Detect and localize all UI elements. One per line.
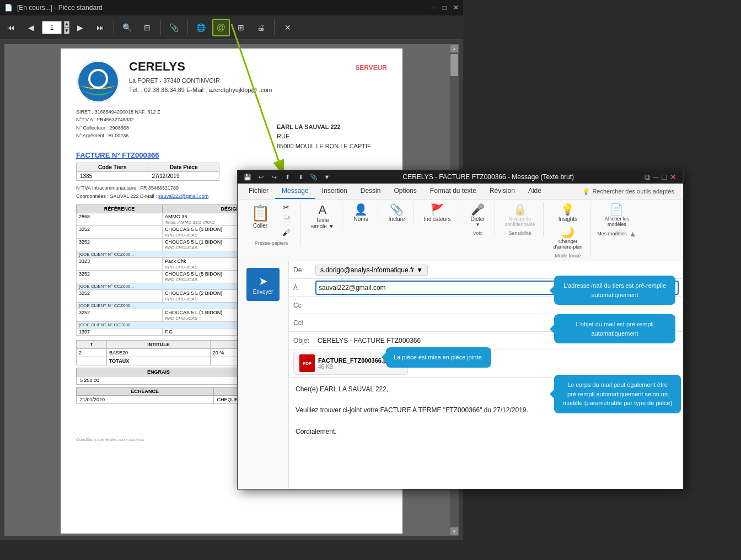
format-painter-btn[interactable]: 🖌 [276,227,296,239]
afficher-modeles-btn[interactable]: 📄 Afficher les modèles [602,202,632,228]
tab-fichier[interactable]: Fichier [242,184,275,199]
window-close-btn[interactable]: ✕ [670,173,676,182]
page-up-btn[interactable]: ▲ [64,21,69,28]
invoice-title: FACTURE N° FTZ000366 [76,151,387,159]
tab-revision[interactable]: Révision [483,184,522,199]
close-doc-btn[interactable]: ✕ [279,19,297,36]
sep2 [160,20,161,35]
tab-aide[interactable]: Aide [522,184,548,199]
nav-prev-btn[interactable]: ◀ [22,19,40,36]
send-icon: ➤ [259,274,268,288]
maximize-icon[interactable]: □ [443,4,447,12]
cut-btn[interactable]: ✂ [276,202,296,213]
sep3 [187,20,188,35]
close-icon[interactable]: ✕ [453,4,459,12]
callout-arrow-left2 [545,325,554,333]
paperclip-icon: 📎 [390,203,404,216]
qa-up-btn[interactable]: ⬆ [282,171,293,182]
company-info: CERELYS La FORET - 37340 CONTINVOIR Tél.… [129,60,387,104]
scroll-down-btn[interactable]: ▼ [450,527,459,536]
extra-btn[interactable]: ⊞ [232,19,250,36]
copy-icon: 📄 [282,216,291,225]
dropdown-chevron-icon: ▼ [416,266,423,274]
company-logo [76,60,120,104]
callout-arrow-left [545,286,554,295]
flag-icon: 🚩 [431,203,444,216]
svg-point-3 [90,71,106,87]
ribbon-group-inclure: 📎 Inclure [380,202,414,223]
inclure-btn[interactable]: 📎 Inclure [385,202,409,223]
text-icon: A [318,203,326,217]
scroll-thumb[interactable] [450,54,458,76]
sep1 [114,20,114,35]
qa-undo-btn[interactable]: ↩ [255,171,266,182]
ribbon-group-indicateurs: 🚩 Indicateurs [416,202,459,223]
chevron-up-icon[interactable]: ▲ [629,229,637,238]
ribbon-group-insights: 💡 Insights 🌙 Changer d'arrière-plan Mode… [546,202,591,259]
copy-btn[interactable]: 📄 [276,214,296,226]
web-btn[interactable]: 🌐 [192,19,210,36]
paintbrush-icon: 🖌 [282,228,290,238]
company-name: CERELYS [129,60,387,74]
window-restore-btn[interactable]: ⧉ [645,173,650,182]
quick-access-toolbar: 💾 ↩ ↪ ⬆ ⬇ 📎 ▼ CERELYS - FACTURE FTZ00036… [238,170,683,184]
company-address: La FORET - 37340 CONTINVOIR Tél. : 02.38… [129,76,387,94]
tab-message[interactable]: Message [275,184,315,199]
serveur-label: SERVEUR [355,64,387,72]
nav-last-btn[interactable]: ⏭ [92,19,109,36]
qa-down-btn[interactable]: ⬇ [295,171,306,182]
nav-first-btn[interactable]: ⏮ [2,19,20,36]
tab-dessin[interactable]: Dessin [354,184,388,199]
qa-more-btn[interactable]: ▼ [321,171,332,182]
qa-redo-btn[interactable]: ↪ [269,171,280,182]
tab-insertion[interactable]: Insertion [315,184,354,199]
qa-attach-btn[interactable]: 📎 [308,171,319,182]
bg-title-bar: 📄 [En cours...] - Pièce standard ─ □ ✕ [0,0,463,15]
template-icon: 📄 [610,203,624,216]
minimize-icon[interactable]: ─ [431,4,436,12]
ribbon: Fichier Message Insertion Dessin Options… [238,184,683,261]
insights-icon: 💡 [561,203,574,216]
nav-next-btn[interactable]: ▶ [72,19,89,36]
dicter-btn[interactable]: 🎤 Dicter ▼ [466,202,490,228]
mes-modeles-label: Mes modèles [597,231,627,236]
shield-icon: 🔒 [513,203,527,216]
window-maximize-btn[interactable]: □ [662,173,667,182]
window-minimize-btn[interactable]: ─ [653,173,659,182]
callout-arrow-left4 [545,390,554,399]
send-panel: ➤ Envoyer [238,261,289,489]
bg-window-icon: 📄 [4,4,13,12]
from-dropdown[interactable]: s.dorigo@analys-informatique.fr ▼ [315,265,428,276]
view-btn[interactable]: ⊟ [138,19,156,36]
qa-save-btn[interactable]: 💾 [242,171,253,182]
send-button[interactable]: ➤ Envoyer [246,268,280,301]
scissors-icon: ✂ [283,203,289,212]
attach-btn[interactable]: 📎 [165,19,183,36]
sep4 [274,20,275,35]
bg-window-title: [En cours...] - Pièce standard [17,4,103,12]
invoice-header-table: Code Tiers Date Pièce 1385 27/12/2019 [76,163,219,181]
print-btn[interactable]: 🖨 [252,19,270,36]
doc-header: CERELYS La FORET - 37340 CONTINVOIR Tél.… [76,60,387,104]
texte-simple-btn[interactable]: A Texte simple ▼ [308,202,337,230]
zoom-btn[interactable]: 🔍 [119,19,136,36]
pdf-icon: PDF [299,354,315,372]
callout-arrow-left3 [377,353,386,362]
callout-subject: L'objet du mail est pré-rempli automatiq… [554,314,675,343]
ribbon-group-modeles: 📄 Afficher les modèles Mes modèles ▲ [593,202,641,238]
coller-btn[interactable]: 📋 Coller [246,202,274,231]
indicateurs-btn[interactable]: 🚩 Indicateurs [421,202,454,223]
noms-btn[interactable]: 👤 Noms [349,202,373,223]
tab-options[interactable]: Options [387,184,423,199]
ribbon-tabs: Fichier Message Insertion Dessin Options… [238,184,683,200]
insights-btn[interactable]: 💡 Insights [555,202,581,223]
lightbulb-icon: 💡 [582,188,590,195]
email-btn[interactable]: @ [212,19,230,36]
page-number-input[interactable]: 1 [42,21,62,34]
ribbon-group-presse: 📋 Coller ✂ 📄 🖌 [242,202,301,246]
scroll-up-btn[interactable]: ▲ [450,44,459,53]
tab-format[interactable]: Format du texte [423,184,483,199]
page-down-btn[interactable]: ▼ [64,28,69,34]
background-btn[interactable]: 🌙 Changer d'arrière-plan [550,224,586,251]
bg-toolbar: ⏮ ◀ 1 ▲ ▼ ▶ ⏭ 🔍 ⊟ 📎 🌐 @ ⊞ 🖨 ✕ [0,15,463,40]
